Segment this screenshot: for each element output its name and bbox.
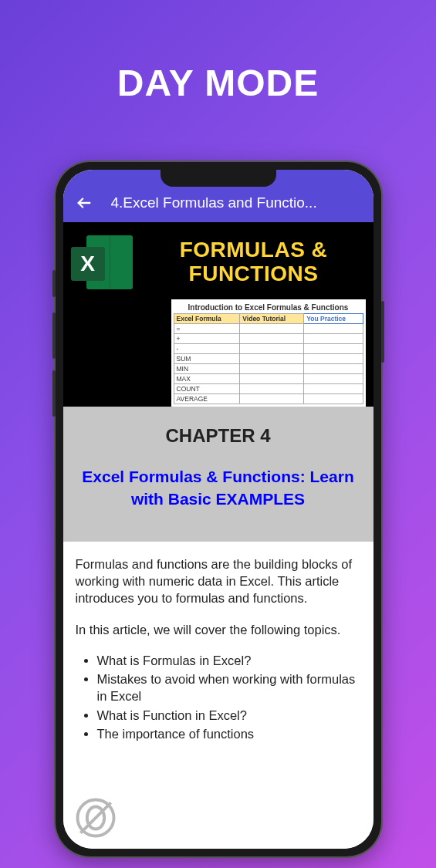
table-row: - <box>174 344 363 354</box>
table-row: + <box>174 334 363 344</box>
arrow-left-icon <box>76 194 93 211</box>
phone-power-button <box>381 301 384 363</box>
table-row: MIN <box>174 364 363 374</box>
banner-heading: FORMULAS & FUNCTIONS <box>142 238 366 286</box>
watermark-icon <box>74 796 117 839</box>
article-body: Formulas and functions are the building … <box>63 542 373 758</box>
article-intro: Formulas and functions are the building … <box>76 556 361 607</box>
spreadsheet-title: Introduction to Excel Formulas & Functio… <box>174 302 363 313</box>
app-bar-title: 4.Excel Formulas and Functio... <box>111 194 361 211</box>
table-row: COUNT <box>174 384 363 394</box>
banner-card: X FORMULAS & FUNCTIONS Introduction to E… <box>63 222 373 542</box>
table-row: = <box>174 324 363 334</box>
chapter-block: CHAPTER 4 Excel Formulas & Functions: Le… <box>63 407 373 542</box>
phone-volume-up <box>52 312 56 359</box>
phone-frame: 4.Excel Formulas and Functio... X FORMUL… <box>56 162 381 856</box>
phone-notch <box>161 170 276 187</box>
list-item: What is Formulas in Excel? <box>97 652 361 669</box>
chapter-label: CHAPTER 4 <box>77 425 360 447</box>
table-row: AVERAGE <box>174 394 363 404</box>
phone-volume-down <box>52 370 56 417</box>
list-item: What is Function in Excel? <box>97 707 361 724</box>
chapter-title: Excel Formulas & Functions: Learn with B… <box>77 465 360 511</box>
list-item: The importance of functions <box>97 725 361 742</box>
list-item: Mistakes to avoid when working with form… <box>97 670 361 705</box>
table-row: MAX <box>174 374 363 384</box>
banner-hero: X FORMULAS & FUNCTIONS Introduction to E… <box>63 222 373 407</box>
spreadsheet-table: Excel Formula Video Tutorial You Practic… <box>174 313 363 404</box>
table-header-row: Excel Formula Video Tutorial You Practic… <box>174 314 363 324</box>
phone-side-button <box>52 270 56 297</box>
excel-icon: X <box>71 231 133 293</box>
article-topics-lead: In this article, we will cover the follo… <box>76 621 361 638</box>
back-button[interactable] <box>76 194 93 211</box>
content-scroll[interactable]: X FORMULAS & FUNCTIONS Introduction to E… <box>63 222 373 849</box>
spreadsheet-preview: Introduction to Excel Formulas & Functio… <box>171 299 366 407</box>
page-heading: DAY MODE <box>0 0 436 104</box>
table-row: SUM <box>174 354 363 364</box>
phone-screen: 4.Excel Formulas and Functio... X FORMUL… <box>63 170 373 849</box>
article-bullets: What is Formulas in Excel? Mistakes to a… <box>76 652 361 742</box>
